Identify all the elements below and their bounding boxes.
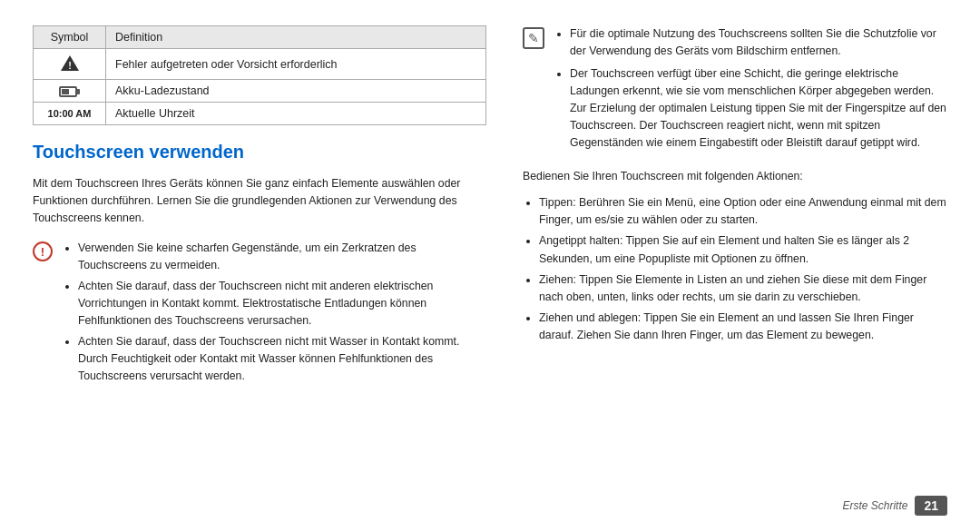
footer-label: Erste Schritte	[842, 499, 907, 512]
page-footer: Erste Schritte 21	[842, 496, 947, 516]
note-block: Für die optimale Nutzung des Touchscreen…	[523, 25, 947, 155]
warning-triangle-icon: !	[60, 54, 80, 74]
definition-cell-time: Aktuelle Uhrzeit	[106, 103, 486, 125]
col-definition-header: Definition	[106, 26, 486, 49]
action-bullet-list: Tippen: Berühren Sie ein Menü, eine Opti…	[523, 194, 947, 347]
table-row: 10:00 AM Aktuelle Uhrzeit	[34, 103, 486, 125]
table-row: ! Fehler aufgetreten oder Vorsicht erfor…	[34, 49, 486, 80]
symbol-time-cell: 10:00 AM	[34, 103, 106, 125]
left-column: Symbol Definition ! Fehler aufgetrete	[33, 25, 486, 507]
warning-bullet-list: Verwenden Sie keine scharfen Gegenstände…	[62, 240, 486, 389]
page-number: 21	[915, 496, 947, 516]
list-item: Achten Sie darauf, dass der Touchscreen …	[78, 333, 486, 385]
note-icon	[523, 27, 544, 49]
battery-icon	[59, 86, 80, 97]
info-circle-icon: !	[33, 241, 53, 261]
list-item: Verwenden Sie keine scharfen Gegenstände…	[78, 240, 486, 274]
list-item: Der Touchscreen verfügt über eine Schich…	[570, 65, 947, 152]
definition-cell-battery: Akku-Ladezustand	[106, 80, 486, 103]
list-item: Ziehen und ablegen: Tippen Sie ein Eleme…	[539, 310, 947, 344]
list-item: Angetippt halten: Tippen Sie auf ein Ele…	[539, 232, 947, 267]
definition-cell-warning: Fehler aufgetreten oder Vorsicht erforde…	[106, 49, 486, 80]
table-row: Akku-Ladezustand	[34, 80, 486, 103]
right-column: Für die optimale Nutzung des Touchscreen…	[523, 25, 947, 507]
symbol-warning-cell: !	[34, 49, 106, 80]
list-item: Tippen: Berühren Sie ein Menü, eine Opti…	[539, 194, 947, 229]
symbol-table: Symbol Definition ! Fehler aufgetrete	[33, 25, 486, 125]
symbol-battery-cell	[34, 80, 106, 103]
section-title: Touchscreen verwenden	[33, 142, 486, 163]
actions-intro: Bedienen Sie Ihren Touchscreen mit folge…	[523, 168, 947, 185]
warning-block: ! Verwenden Sie keine scharfen Gegenstän…	[33, 240, 486, 389]
section-intro: Mit dem Touchscreen Ihres Geräts können …	[33, 175, 486, 227]
col-symbol-header: Symbol	[34, 26, 106, 49]
list-item: Für die optimale Nutzung des Touchscreen…	[570, 25, 947, 60]
note-bullet-list: Für die optimale Nutzung des Touchscreen…	[554, 25, 947, 155]
list-item: Achten Sie darauf, dass der Touchscreen …	[78, 278, 486, 330]
svg-text:!: !	[68, 60, 72, 71]
list-item: Ziehen: Tippen Sie Elemente in Listen an…	[539, 271, 947, 306]
